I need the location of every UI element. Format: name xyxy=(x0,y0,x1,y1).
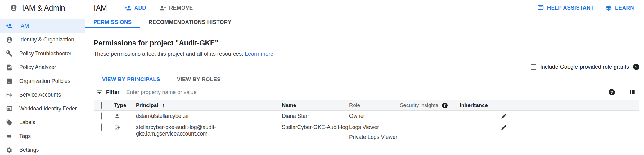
pencil-icon xyxy=(501,113,507,119)
tab-permissions[interactable]: PERMISSIONS xyxy=(85,16,140,28)
sidebar-item-label: Workload Identity Federati… xyxy=(19,105,85,112)
help-assistant-button[interactable]: HELP ASSISTANT xyxy=(537,5,594,11)
service-account-icon xyxy=(6,92,13,98)
column-header-inheritance: Inheritance xyxy=(460,102,501,109)
tab-view-by-principals[interactable]: VIEW BY PRINCIPALS xyxy=(94,75,169,84)
principal-cell: stellarcyber-gke-audit-log@audit-gke.iam… xyxy=(136,122,282,139)
column-header-type: Type xyxy=(114,102,136,109)
sidebar-item-label: Service Accounts xyxy=(19,92,61,98)
name-cell: StellarCyber-GKE-Audit-log xyxy=(282,122,349,133)
learn-button[interactable]: LEARN xyxy=(605,5,634,11)
tab-label: PERMISSIONS xyxy=(93,19,132,25)
sidebar-item-label: Tags xyxy=(19,133,31,140)
person-remove-icon xyxy=(159,5,166,11)
table-header-row: Type Principal ↑ Name Role Security insi… xyxy=(94,100,639,111)
help-assistant-label: HELP ASSISTANT xyxy=(547,5,594,11)
column-header-name: Name xyxy=(282,102,349,109)
policy-analyzer-doc-icon xyxy=(6,64,13,71)
iam-admin-page: IAM & Admin IAM Identity & Organization … xyxy=(0,0,644,155)
sidebar-title: IAM & Admin xyxy=(22,4,65,12)
tag-arrow-icon xyxy=(6,133,13,140)
filter-icon xyxy=(96,89,103,96)
sidebar: IAM & Admin IAM Identity & Organization … xyxy=(0,0,85,155)
filter-label: Filter xyxy=(106,89,119,96)
identity-person-icon xyxy=(6,37,13,43)
role-value: Private Logs Viewer xyxy=(349,134,400,140)
content: Permissions for project "Audit-GKE" Thes… xyxy=(85,28,644,155)
person-icon xyxy=(114,111,136,122)
edit-principal-button[interactable] xyxy=(501,111,639,122)
table-row: dstarr@stellarcyber.ai Diana Starr Owner xyxy=(94,111,639,122)
principal-cell: dstarr@stellarcyber.ai xyxy=(136,111,282,122)
sidebar-item-settings[interactable]: Settings xyxy=(0,143,85,155)
add-button[interactable]: ADD xyxy=(124,5,146,11)
row-checkbox[interactable] xyxy=(101,123,102,131)
sidebar-item-tags[interactable]: Tags xyxy=(0,129,85,143)
pencil-icon xyxy=(501,124,507,131)
main-area: IAM ADD REMOVE HELP ASSISTANT LEARN xyxy=(85,0,644,155)
sidebar-item-label: Organization Policies xyxy=(19,78,70,84)
page-subtitle: These permissions affect this project an… xyxy=(94,51,639,57)
sidebar-item-label: Labels xyxy=(19,119,35,126)
identity-card-icon xyxy=(6,105,13,112)
shield-person-icon xyxy=(10,4,18,12)
person-add-icon xyxy=(124,5,131,11)
chat-icon xyxy=(537,5,544,11)
help-icon[interactable]: ? xyxy=(633,64,639,70)
filter-input[interactable] xyxy=(126,89,609,96)
remove-button[interactable]: REMOVE xyxy=(159,5,193,11)
sort-ascending-icon: ↑ xyxy=(162,102,165,109)
tab-view-by-roles[interactable]: VIEW BY ROLES xyxy=(169,75,229,84)
person-add-icon xyxy=(6,23,13,29)
name-cell: Diana Starr xyxy=(282,111,349,122)
security-insights-cell xyxy=(400,122,460,126)
inheritance-cell xyxy=(460,122,501,126)
role-cell: Logs Viewer Private Logs Viewer xyxy=(349,122,400,143)
column-header-label: Security insights xyxy=(400,102,438,109)
sidebar-item-iam[interactable]: IAM xyxy=(0,19,85,33)
edit-principal-button[interactable] xyxy=(501,122,639,133)
filter-actions: ? xyxy=(609,88,636,96)
help-icon[interactable]: ? xyxy=(609,89,615,95)
view-tab-label: VIEW BY ROLES xyxy=(177,76,221,83)
add-button-label: ADD xyxy=(134,5,146,11)
wrench-icon xyxy=(6,50,13,57)
page-header-title: IAM xyxy=(94,4,107,12)
gear-icon xyxy=(6,147,13,153)
permissions-table: Type Principal ↑ Name Role Security insi… xyxy=(94,100,639,143)
help-icon[interactable]: ? xyxy=(442,103,448,108)
sidebar-item-organization-policies[interactable]: Organization Policies xyxy=(0,74,85,88)
page-title: Permissions for project "Audit-GKE" xyxy=(94,39,639,47)
sidebar-item-labels[interactable]: Labels xyxy=(0,116,85,130)
sidebar-item-policy-troubleshooter[interactable]: Policy Troubleshooter xyxy=(0,47,85,61)
sidebar-item-workload-identity-federation[interactable]: Workload Identity Federati… xyxy=(0,102,85,116)
sidebar-header: IAM & Admin xyxy=(0,0,85,16)
include-google-roles-label: Include Google-provided role grants xyxy=(540,64,629,70)
column-header-security-insights: Security insights ? xyxy=(400,102,460,109)
sidebar-item-service-accounts[interactable]: Service Accounts xyxy=(0,88,85,102)
vertical-divider xyxy=(622,88,622,96)
column-display-icon[interactable] xyxy=(629,89,636,96)
security-insights-cell xyxy=(400,111,460,115)
row-checkbox[interactable] xyxy=(101,112,102,120)
sidebar-item-label: Settings xyxy=(19,147,39,153)
column-header-principal[interactable]: Principal ↑ xyxy=(136,102,282,109)
column-header-role: Role xyxy=(349,102,400,109)
tab-label: RECOMMENDATIONS HISTORY xyxy=(149,19,232,25)
label-tag-icon xyxy=(6,119,13,126)
tab-recommendations-history[interactable]: RECOMMENDATIONS HISTORY xyxy=(140,16,240,28)
sidebar-item-label: Policy Troubleshooter xyxy=(19,50,71,57)
remove-button-label: REMOVE xyxy=(169,5,193,11)
column-header-label: Principal xyxy=(136,102,158,109)
topbar-right: HELP ASSISTANT LEARN xyxy=(537,5,634,11)
sidebar-item-policy-analyzer[interactable]: Policy Analyzer xyxy=(0,61,85,75)
sidebar-item-identity-organization[interactable]: Identity & Organization xyxy=(0,33,85,47)
learn-more-link[interactable]: Learn more xyxy=(245,51,273,57)
role-cell: Owner xyxy=(349,111,400,122)
role-value: Logs Viewer xyxy=(349,124,400,131)
select-all-checkbox[interactable] xyxy=(101,102,102,109)
include-google-roles-checkbox[interactable] xyxy=(531,64,536,70)
subtitle-text: These permissions affect this project an… xyxy=(94,51,243,57)
org-policies-list-icon xyxy=(6,78,13,84)
sidebar-item-label: Identity & Organization xyxy=(19,37,74,43)
